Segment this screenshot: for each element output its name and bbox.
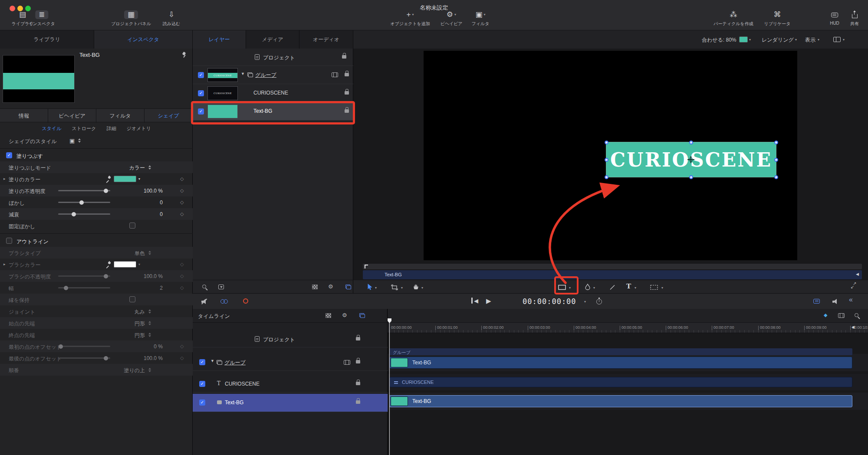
selection-handle[interactable] — [689, 141, 693, 144]
disclosure-icon[interactable]: ▸ — [3, 262, 6, 266]
disclosure-open-icon[interactable]: ▼ — [241, 72, 245, 76]
subtab-stroke[interactable]: ストローク — [72, 125, 96, 132]
brush-opacity-slider[interactable] — [58, 275, 110, 277]
record-icon[interactable] — [243, 298, 248, 304]
brush-width-slider[interactable] — [58, 287, 110, 288]
lock-icon[interactable] — [356, 400, 360, 404]
track-bar-shape-selected[interactable]: Text-BG — [389, 395, 852, 407]
track-bar-text[interactable]: CURIOSCENE — [389, 377, 852, 387]
tab-inspector[interactable]: インスペクタ — [94, 30, 193, 49]
play-range-start-marker[interactable] — [365, 265, 368, 268]
lock-icon[interactable] — [356, 360, 360, 363]
layer-checkbox[interactable]: ✓ — [198, 108, 204, 115]
go-to-start-bar[interactable] — [471, 298, 473, 304]
tab-media[interactable]: メディア — [246, 30, 299, 49]
layer-checkbox[interactable]: ✓ — [199, 381, 205, 387]
selection-handle[interactable] — [774, 175, 778, 179]
transform-tool[interactable] — [391, 284, 398, 292]
lock-icon[interactable] — [342, 55, 346, 59]
eyedropper-icon[interactable] — [105, 262, 111, 267]
end-cap-value[interactable]: 円形 — [82, 332, 145, 339]
lock-icon[interactable] — [345, 109, 349, 113]
lock-icon[interactable] — [356, 337, 360, 340]
lock-icon[interactable] — [356, 382, 360, 385]
timeline-row-text[interactable]: ✓ T CURIOSCENE — [193, 376, 388, 393]
selection-handle[interactable] — [605, 158, 608, 162]
text-tool[interactable]: T — [626, 282, 631, 290]
keyframe-icon[interactable]: ◇ — [180, 355, 184, 361]
popup-updown-icon[interactable] — [148, 251, 151, 255]
keyframe-icon[interactable]: ◇ — [180, 344, 184, 349]
playhead[interactable] — [389, 323, 390, 455]
play-icon[interactable]: ▶ — [486, 297, 491, 305]
selection-handle[interactable] — [689, 175, 693, 179]
film-icon[interactable] — [344, 360, 350, 365]
first-offset-slider[interactable] — [58, 346, 110, 347]
last-offset-slider[interactable] — [58, 357, 110, 359]
hand-tool[interactable] — [413, 284, 419, 291]
add-object-button[interactable]: +▾ オブジェクトを追加 — [390, 10, 430, 27]
film-icon[interactable] — [332, 72, 338, 77]
fill-checkbox[interactable]: ✓ — [6, 152, 12, 158]
tab-layers[interactable]: レイヤー — [193, 30, 246, 49]
falloff-value[interactable]: 0 — [160, 211, 163, 217]
layer-checkbox[interactable]: ✓ — [199, 359, 205, 365]
layer-row-group[interactable]: ✓ CURIOSCENE ▼ グループ — [193, 66, 353, 84]
keyframe-icon[interactable]: ◇ — [180, 200, 184, 205]
layer-checkbox[interactable]: ✓ — [199, 399, 205, 406]
render-menu[interactable]: レンダリング — [762, 36, 794, 44]
feather-value[interactable]: 0 — [160, 200, 163, 206]
subtab-advanced[interactable]: 詳細 — [106, 125, 116, 132]
layer-row-text[interactable]: ✓ CURIOSCENE CURIOSCENE — [193, 84, 353, 102]
selection-handle[interactable] — [774, 141, 778, 144]
project-panel-button[interactable]: ▦ プロジェクトパネル — [111, 10, 151, 27]
go-to-start-icon[interactable]: ◀ — [474, 298, 478, 304]
inspector-tab-info[interactable]: 情報 — [0, 109, 48, 123]
gear-icon[interactable]: ⚙ — [328, 283, 333, 290]
layer-row-project[interactable]: プロジェクト — [193, 49, 353, 66]
brush-width-value[interactable]: 2 — [160, 285, 163, 291]
order-value[interactable]: 塗りの上 — [82, 367, 145, 374]
zoom-fit-control[interactable]: 合わせる: 80% — [702, 36, 736, 44]
mini-timeline-bar[interactable]: Text-BG ◀ — [363, 270, 862, 279]
fill-color-swatch[interactable] — [114, 176, 136, 182]
checkerboard-icon[interactable] — [326, 313, 331, 318]
keyframes-view-icon[interactable]: ◆ — [824, 312, 827, 318]
feather-slider[interactable] — [58, 202, 110, 203]
keyframe-icon[interactable]: ◇ — [180, 211, 184, 217]
make-particles-button[interactable]: ⁂ パーティクルを作成 — [713, 10, 753, 27]
selection-handle[interactable] — [605, 141, 608, 144]
inspector-tab-shape[interactable]: シェイプ — [145, 109, 193, 123]
disclosure-open-icon[interactable]: ▼ — [210, 359, 214, 363]
channel-swatch[interactable] — [739, 36, 748, 43]
brush-color-swatch[interactable] — [114, 261, 136, 268]
popup-updown-icon[interactable] — [148, 309, 151, 314]
timecode-display[interactable]: 00:00:00:00 — [523, 297, 576, 306]
subtab-style[interactable]: スタイル — [42, 125, 61, 132]
layers-view-icon[interactable] — [359, 313, 365, 318]
fill-opacity-slider[interactable] — [58, 190, 110, 191]
lock-icon[interactable] — [345, 73, 349, 76]
gear-icon[interactable]: ⚙ — [342, 312, 347, 318]
search-icon[interactable] — [202, 285, 206, 288]
tab-library[interactable]: ライブラリ — [0, 30, 94, 49]
import-button[interactable]: ⇩ 読み込む — [163, 10, 180, 27]
selection-handle[interactable] — [605, 175, 608, 179]
link-icon[interactable] — [220, 299, 227, 304]
stopwatch-icon[interactable] — [596, 299, 602, 304]
collapse-icon[interactable]: « — [849, 296, 853, 304]
brush-opacity-value[interactable]: 100.0 — [144, 273, 157, 279]
layer-row-shape-selected[interactable]: ✓ Text-BG — [193, 102, 353, 121]
audio-icon[interactable] — [832, 299, 838, 304]
pin-icon[interactable] — [181, 52, 187, 58]
mask-tool[interactable] — [650, 284, 658, 292]
fill-opacity-value[interactable]: 100.0 — [144, 188, 157, 194]
window-layout-icon[interactable] — [833, 37, 841, 42]
popup-updown-icon[interactable] — [148, 368, 151, 372]
layer-checkbox[interactable]: ✓ — [198, 90, 204, 96]
view-menu[interactable]: 表示 — [805, 36, 815, 44]
fullscreen-button[interactable]: ↗ ↙ — [851, 281, 857, 291]
keyframe-icon[interactable]: ◇ — [180, 285, 184, 291]
filter-list-icon[interactable] — [218, 285, 224, 289]
zoom-icon[interactable] — [855, 313, 858, 317]
